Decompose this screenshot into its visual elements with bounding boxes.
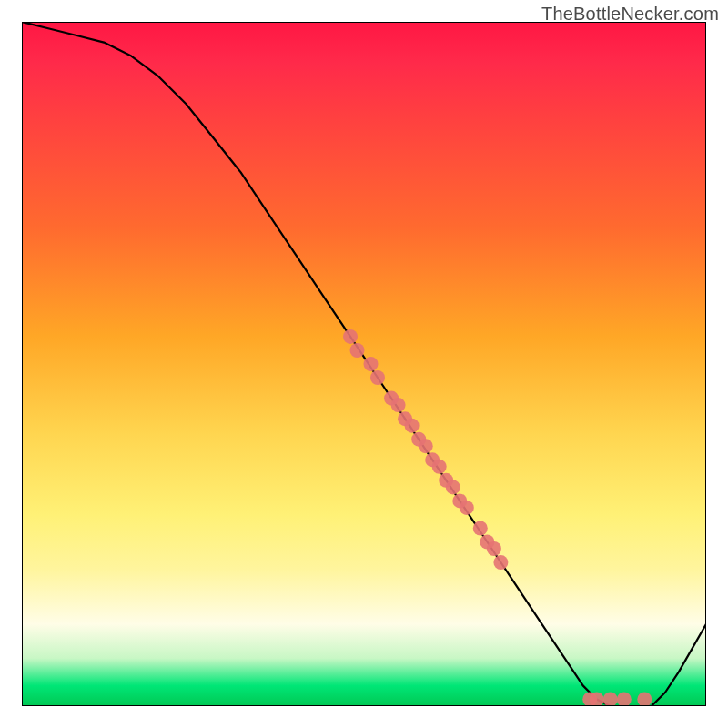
gradient-background [22,22,706,706]
chart-stage: TheBottleNecker.com [0,0,728,728]
plot-area [22,22,706,706]
